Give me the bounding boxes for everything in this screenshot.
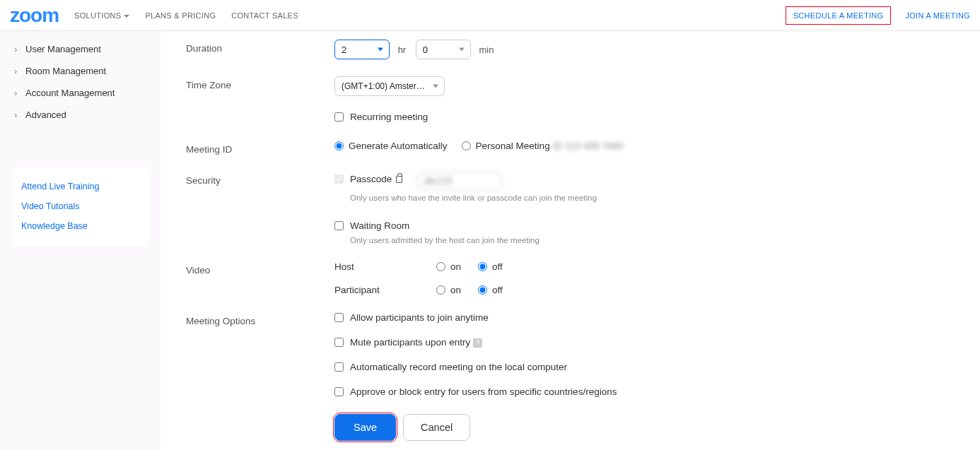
nav-solutions[interactable]: SOLUTIONS	[74, 11, 129, 20]
header-right: SCHEDULE A MEETING JOIN A MEETING	[786, 6, 970, 25]
opt-auto-record[interactable]: Automatically record meeting on the loca…	[334, 362, 567, 372]
meeting-id-auto-input[interactable]	[334, 141, 344, 150]
label-video: Video	[186, 261, 334, 276]
meeting-id-personal-input[interactable]	[462, 141, 471, 150]
zoom-logo[interactable]: zoom	[10, 4, 59, 27]
sidebar-item-room-management[interactable]: Room Management	[0, 60, 161, 82]
meeting-id-auto-radio[interactable]: Generate Automatically	[334, 141, 448, 151]
meeting-id-personal-radio[interactable]: Personal Meeting ID 123 456 7890	[462, 141, 624, 151]
participant-video-on-radio[interactable]: on	[436, 285, 461, 295]
passcode-checkbox-input	[334, 174, 344, 184]
participant-video-off-radio[interactable]: off	[478, 285, 503, 295]
opt-country-block[interactable]: Approve or block entry for users from sp…	[334, 386, 617, 397]
min-unit: min	[479, 45, 494, 55]
label-timezone: Time Zone	[186, 76, 334, 90]
label-security: Security	[186, 172, 334, 186]
recurring-checkbox-input[interactable]	[334, 112, 344, 122]
label-duration: Duration	[186, 40, 334, 54]
duration-hours-select[interactable]: 2	[334, 40, 390, 59]
opt-mute-entry[interactable]: Mute participants upon entry?	[334, 337, 482, 348]
video-participant-label: Participant	[334, 285, 436, 295]
duration-minutes-select[interactable]: 0	[416, 40, 471, 59]
info-icon[interactable]: ?	[473, 338, 482, 348]
sidebar: User Management Room Management Account …	[0, 31, 161, 450]
main-form: Duration 2 hr 0 min Time Zone (GMT+1:00)…	[161, 31, 980, 450]
help-video-tutorials[interactable]: Video Tutorials	[21, 196, 139, 216]
top-header: zoom SOLUTIONS PLANS & PRICING CONTACT S…	[0, 0, 980, 31]
waiting-room-checkbox[interactable]: Waiting Room	[334, 220, 409, 231]
label-meeting-id: Meeting ID	[186, 141, 334, 155]
cancel-button[interactable]: Cancel	[403, 414, 470, 441]
help-knowledge-base[interactable]: Knowledge Base	[21, 216, 139, 236]
sidebar-item-advanced[interactable]: Advanced	[0, 104, 161, 126]
recurring-label: Recurring meeting	[350, 112, 428, 122]
nav-contact[interactable]: CONTACT SALES	[231, 11, 298, 20]
join-meeting-link[interactable]: JOIN A MEETING	[905, 11, 970, 20]
help-box: Attend Live Training Video Tutorials Kno…	[11, 167, 149, 246]
waiting-room-checkbox-input[interactable]	[334, 221, 344, 230]
lock-icon	[396, 176, 402, 183]
hr-unit: hr	[398, 45, 407, 55]
label-options: Meeting Options	[186, 312, 334, 326]
video-host-label: Host	[334, 261, 436, 272]
sidebar-item-account-management[interactable]: Account Management	[0, 82, 161, 104]
passcode-checkbox[interactable]: Passcode	[334, 174, 402, 184]
nav-links: SOLUTIONS PLANS & PRICING CONTACT SALES	[74, 11, 298, 20]
host-video-on-radio[interactable]: on	[436, 261, 461, 272]
opt-join-anytime[interactable]: Allow participants to join anytime	[334, 312, 489, 323]
host-video-off-radio[interactable]: off	[478, 261, 503, 272]
nav-plans[interactable]: PLANS & PRICING	[145, 11, 216, 20]
sidebar-item-user-management[interactable]: User Management	[0, 38, 161, 60]
recurring-checkbox[interactable]: Recurring meeting	[334, 112, 428, 122]
passcode-input[interactable]	[418, 172, 501, 190]
schedule-meeting-button[interactable]: SCHEDULE A MEETING	[786, 6, 892, 25]
passcode-hint: Only users who have the invite link or p…	[350, 194, 980, 202]
waiting-hint: Only users admitted by the host can join…	[350, 236, 980, 244]
save-button[interactable]: Save	[334, 414, 396, 441]
timezone-select[interactable]: (GMT+1:00) Amsterdam, Be	[334, 76, 445, 96]
help-live-training[interactable]: Attend Live Training	[21, 177, 139, 196]
